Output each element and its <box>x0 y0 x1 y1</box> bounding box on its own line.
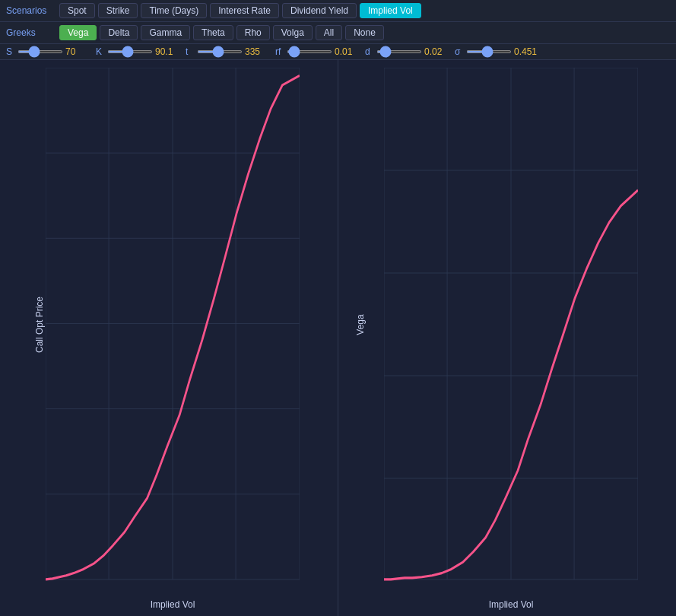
right-y-label: Vega <box>355 314 366 335</box>
slider-d[interactable] <box>376 50 422 53</box>
value-d: 0.02 <box>424 46 447 57</box>
slider-S[interactable] <box>17 50 63 53</box>
btn-rho[interactable]: Rho <box>236 25 270 40</box>
slider-rf[interactable] <box>287 50 332 53</box>
charts-container: Call Opt Price Implied Vol 0 1 <box>0 60 676 616</box>
label-S: S <box>6 46 15 57</box>
scenarios-bar: Scenarios Spot Strike Time (Days) Intere… <box>0 0 676 22</box>
btn-none[interactable]: None <box>345 25 384 40</box>
label-sigma: σ <box>455 46 464 57</box>
scenarios-label: Scenarios <box>6 5 52 16</box>
btn-vega[interactable]: Vega <box>59 25 97 40</box>
slider-t[interactable] <box>197 50 243 53</box>
param-S: S 70 <box>6 46 88 57</box>
btn-volga[interactable]: Volga <box>273 25 313 40</box>
btn-delta[interactable]: Delta <box>100 25 138 40</box>
value-sigma: 0.451 <box>514 46 537 57</box>
param-K: K 90.1 <box>96 46 178 57</box>
greeks-bar: Greeks Vega Delta Gamma Theta Rho Volga … <box>0 22 676 44</box>
label-K: K <box>96 46 105 57</box>
left-y-label: Call Opt Price <box>34 296 45 352</box>
right-x-label: Implied Vol <box>489 599 534 610</box>
label-d: d <box>365 46 374 57</box>
btn-implied-vol[interactable]: Implied Vol <box>360 3 421 18</box>
param-t: t 335 <box>186 46 268 57</box>
label-t: t <box>186 46 195 57</box>
param-sigma: σ 0.451 <box>455 46 537 57</box>
slider-sigma[interactable] <box>466 50 512 53</box>
left-chart-svg: 0 1 2 3 4 5 0.0 0.1 0.2 0.3 0.4 <box>46 68 300 581</box>
btn-time[interactable]: Time (Days) <box>141 3 207 18</box>
btn-theta[interactable]: Theta <box>193 25 233 40</box>
slider-K[interactable] <box>107 50 153 53</box>
chart-left-area: Call Opt Price Implied Vol 0 1 <box>46 68 300 581</box>
btn-spot[interactable]: Spot <box>59 3 95 18</box>
btn-strike[interactable]: Strike <box>98 3 138 18</box>
chart-right-area: Vega Implied Vol 0.00 0.05 <box>384 68 638 581</box>
value-rf: 0.01 <box>335 46 357 57</box>
greeks-label: Greeks <box>6 27 52 38</box>
params-row: S 70 K 90.1 t 335 rf 0.01 d 0.02 σ 0.451 <box>0 44 676 60</box>
value-K: 90.1 <box>155 46 178 57</box>
btn-dividend[interactable]: Dividend Yield <box>282 3 357 18</box>
chart-left: Call Opt Price Implied Vol 0 1 <box>0 60 338 616</box>
chart-right: Vega Implied Vol 0.00 0.05 <box>338 60 676 616</box>
btn-all[interactable]: All <box>316 25 342 40</box>
param-d: d 0.02 <box>365 46 447 57</box>
right-chart-svg: 0.00 0.05 0.10 0.15 0.20 0.0 0.1 0.2 0.3… <box>384 68 638 581</box>
left-x-label: Implied Vol <box>151 599 195 610</box>
param-rf: rf 0.01 <box>275 46 357 57</box>
btn-gamma[interactable]: Gamma <box>141 25 190 40</box>
value-t: 335 <box>245 46 268 57</box>
btn-interest[interactable]: Interest Rate <box>210 3 279 18</box>
label-rf: rf <box>275 46 284 57</box>
value-S: 70 <box>65 46 88 57</box>
